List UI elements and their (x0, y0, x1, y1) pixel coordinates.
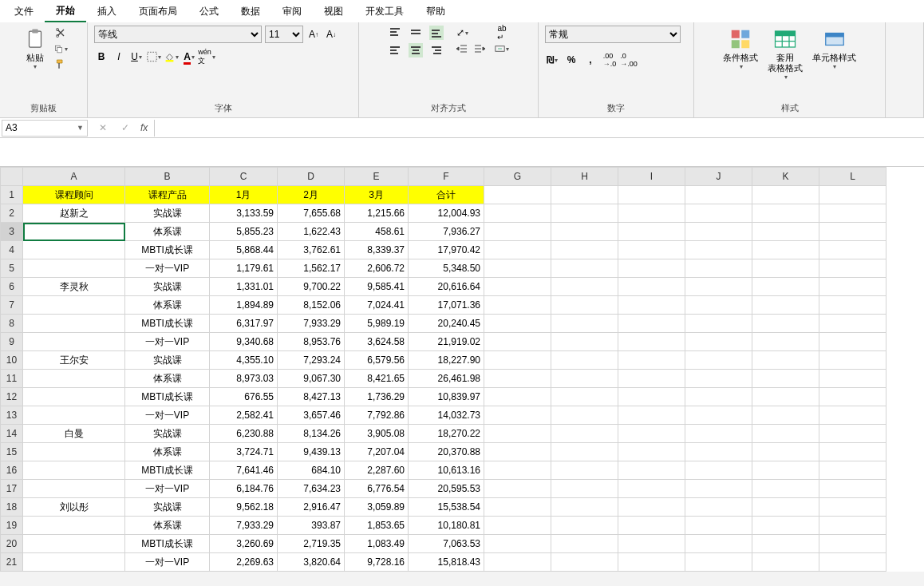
cell[interactable]: 4,355.10 (210, 351, 278, 370)
cell[interactable]: 7,792.86 (345, 406, 409, 425)
row-header-11[interactable]: 11 (1, 370, 23, 388)
cell[interactable] (752, 406, 819, 425)
cell[interactable]: 白曼 (23, 425, 125, 443)
cell[interactable]: 王尔安 (23, 351, 125, 370)
cell[interactable] (484, 370, 551, 388)
cell[interactable] (551, 223, 618, 241)
cell[interactable]: 体系课 (125, 370, 210, 388)
cell[interactable] (551, 406, 618, 425)
cell[interactable] (618, 517, 685, 535)
menu-帮助[interactable]: 帮助 (415, 2, 456, 22)
col-header-H[interactable]: H (551, 168, 618, 186)
cell[interactable]: MBTI成长课 (125, 315, 210, 333)
row-header-2[interactable]: 2 (1, 204, 23, 223)
cell[interactable]: 6,184.76 (210, 480, 278, 498)
menu-审阅[interactable]: 审阅 (271, 2, 313, 22)
cell[interactable] (819, 406, 886, 425)
merge-button[interactable]: ▾ (495, 42, 509, 56)
cell[interactable] (618, 351, 685, 370)
cell[interactable] (618, 333, 685, 351)
cell[interactable]: 17,970.42 (409, 241, 484, 259)
cell[interactable] (685, 351, 752, 370)
cell[interactable]: 684.10 (278, 461, 345, 480)
cell[interactable]: 9,562.18 (210, 498, 278, 517)
row-header-7[interactable]: 7 (1, 296, 23, 315)
cell[interactable] (819, 278, 886, 296)
fx-icon[interactable]: fx (140, 122, 148, 133)
cell[interactable] (23, 406, 125, 425)
col-header-F[interactable]: F (409, 168, 484, 186)
cell[interactable] (819, 461, 886, 480)
cell[interactable]: 10,613.16 (409, 461, 484, 480)
cell[interactable] (752, 241, 819, 259)
cell[interactable] (819, 553, 886, 572)
phonetic-button[interactable]: wén文▾ (199, 49, 214, 64)
format-painter-button[interactable] (53, 57, 68, 72)
menu-插入[interactable]: 插入 (86, 2, 128, 22)
bold-button[interactable]: B (94, 49, 109, 64)
cell[interactable]: 15,818.43 (409, 553, 484, 572)
cell[interactable] (23, 259, 125, 278)
cell[interactable] (618, 425, 685, 443)
cell[interactable]: 7,655.68 (278, 204, 345, 223)
cell[interactable] (551, 517, 618, 535)
cell[interactable] (484, 223, 551, 241)
cell[interactable] (23, 461, 125, 480)
cell[interactable] (484, 443, 551, 461)
cell[interactable]: 李灵秋 (23, 278, 125, 296)
copy-button[interactable]: ▾ (53, 42, 68, 56)
align-bottom-button[interactable] (429, 26, 444, 40)
cell[interactable] (484, 406, 551, 425)
cell[interactable] (551, 315, 618, 333)
cell[interactable] (752, 351, 819, 370)
cell[interactable]: 9,728.16 (345, 553, 409, 572)
cell[interactable] (551, 204, 618, 223)
cell[interactable] (551, 333, 618, 351)
cell[interactable] (752, 535, 819, 553)
menu-开始[interactable]: 开始 (45, 1, 86, 22)
cell[interactable] (618, 278, 685, 296)
cell[interactable] (685, 223, 752, 241)
cell[interactable] (819, 241, 886, 259)
increase-font-button[interactable]: A↑ (306, 27, 321, 42)
col-header-E[interactable]: E (345, 168, 409, 186)
cell[interactable]: 18,270.22 (409, 425, 484, 443)
cell[interactable]: 3,624.58 (345, 333, 409, 351)
comma-button[interactable]: , (583, 53, 598, 67)
cell[interactable] (618, 223, 685, 241)
cell[interactable] (618, 461, 685, 480)
row-header-9[interactable]: 9 (1, 333, 23, 351)
col-header-G[interactable]: G (484, 168, 551, 186)
cell[interactable] (551, 370, 618, 388)
italic-button[interactable]: I (112, 49, 126, 64)
cell[interactable] (618, 315, 685, 333)
cell[interactable] (752, 553, 819, 572)
cancel-formula-button[interactable]: ✕ (96, 121, 110, 135)
decrease-decimal-button[interactable]: .0→.00 (622, 53, 636, 67)
cell[interactable] (819, 186, 886, 204)
cell[interactable] (551, 535, 618, 553)
align-left-button[interactable] (388, 43, 402, 57)
cell[interactable]: 3,820.64 (278, 553, 345, 572)
menu-页面布局[interactable]: 页面布局 (128, 2, 188, 22)
cell[interactable] (752, 517, 819, 535)
cell[interactable]: 1月 (210, 186, 278, 204)
cell[interactable]: 1,083.49 (345, 535, 409, 553)
cell[interactable]: 1,562.17 (278, 259, 345, 278)
cell[interactable]: 7,634.23 (278, 480, 345, 498)
cell[interactable] (618, 186, 685, 204)
cell[interactable]: 刘以彤 (23, 498, 125, 517)
cell[interactable] (484, 241, 551, 259)
cell[interactable]: 2,287.60 (345, 461, 409, 480)
cell[interactable]: 实战课 (125, 351, 210, 370)
row-header-20[interactable]: 20 (1, 535, 23, 553)
row-header-19[interactable]: 19 (1, 517, 23, 535)
cell[interactable]: 8,973.03 (210, 370, 278, 388)
cell[interactable] (752, 370, 819, 388)
cell[interactable]: 一对一VIP (125, 553, 210, 572)
cell[interactable]: 3,260.69 (210, 535, 278, 553)
cell[interactable] (618, 406, 685, 425)
cell[interactable] (23, 388, 125, 406)
cell[interactable]: 9,340.68 (210, 333, 278, 351)
cell[interactable]: 9,439.13 (278, 443, 345, 461)
